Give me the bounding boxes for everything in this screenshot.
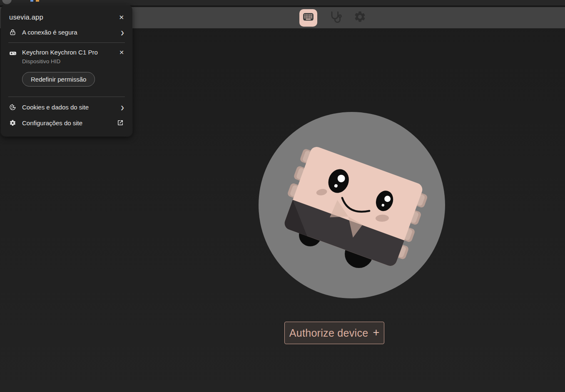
reset-permission-button[interactable]: Redefinir permissão — [22, 72, 95, 87]
connection-secure-label: A conexão é segura — [22, 29, 77, 36]
authorize-device-button[interactable]: Authorize device + — [284, 322, 384, 344]
via-nav-tabs — [299, 9, 366, 27]
hid-device-icon — [9, 50, 17, 57]
device-permission-section: Keychron Keychron C1 Pro ✕ Dispositivo H… — [1, 45, 132, 94]
tab-settings[interactable] — [353, 11, 366, 25]
site-settings-row[interactable]: Configurações do site — [1, 115, 132, 131]
popup-title: usevia.app — [9, 13, 43, 21]
keyboard-mascot-illustration — [258, 112, 446, 299]
page-info-popup: usevia.app ✕ A conexão é segura › — [1, 5, 132, 136]
divider — [8, 97, 125, 97]
device-row: Keychron Keychron C1 Pro ✕ — [9, 49, 124, 57]
remove-device-icon[interactable]: ✕ — [119, 50, 124, 55]
gear-icon — [353, 10, 366, 25]
screen: Authorize device + usevia.app ✕ A conexã… — [0, 0, 565, 392]
chevron-right-icon: › — [121, 104, 124, 110]
cookie-icon — [9, 104, 16, 111]
lock-icon — [9, 29, 16, 36]
url-text-fragment — [36, 0, 39, 2]
authorize-device-label: Authorize device — [289, 327, 368, 339]
close-icon[interactable]: ✕ — [119, 14, 124, 20]
plus-icon: + — [373, 327, 379, 338]
url-text-fragment — [30, 0, 33, 2]
cookies-label: Cookies e dados do site — [22, 104, 89, 111]
popup-header: usevia.app ✕ — [1, 13, 132, 21]
chevron-right-icon: › — [121, 29, 124, 35]
keyboard-icon — [303, 11, 314, 24]
external-link-icon — [117, 119, 124, 127]
connection-secure-row[interactable]: A conexão é segura › — [1, 25, 132, 40]
device-subtitle: Dispositivo HID — [22, 58, 124, 65]
stethoscope-icon — [329, 10, 342, 25]
site-settings-label: Configurações do site — [22, 119, 82, 127]
device-name: Keychron Keychron C1 Pro — [22, 49, 98, 56]
site-info-icon[interactable] — [2, 0, 12, 4]
tab-debug[interactable] — [329, 11, 342, 25]
divider — [8, 42, 125, 43]
tab-configure[interactable] — [299, 9, 317, 27]
gear-icon — [9, 119, 16, 127]
cookies-row[interactable]: Cookies e dados do site › — [1, 99, 132, 115]
